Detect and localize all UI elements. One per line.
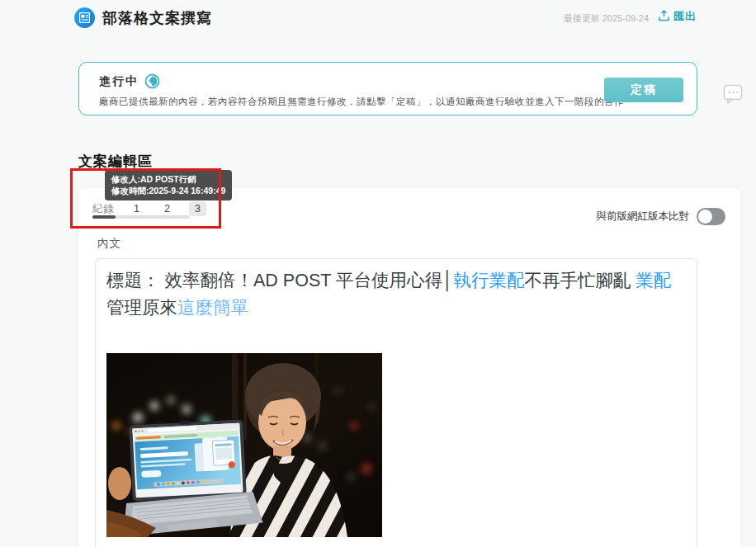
comment-bubble-icon[interactable] xyxy=(723,84,744,107)
editor-section-title: 文案編輯區 xyxy=(78,152,153,171)
version-tab-3[interactable]: 3 xyxy=(189,201,206,216)
content-label: 內文 xyxy=(97,236,121,251)
title-segment: 不再手忙腳亂 xyxy=(524,271,636,290)
tooltip-modifier: 修改人:AD POST行銷 xyxy=(111,173,225,185)
export-button[interactable]: 匯出 xyxy=(659,9,697,24)
tooltip-modified-time: 修改時間:2025-9-24 16:49:49 xyxy=(111,185,225,196)
compare-row: 與前版網紅版本比對 xyxy=(597,208,726,225)
title-link-keyword[interactable]: 業配 xyxy=(636,271,671,290)
compare-toggle-label: 與前版網紅版本比對 xyxy=(597,210,690,224)
version-tab-2[interactable]: 2 xyxy=(158,201,176,216)
compare-toggle[interactable] xyxy=(697,208,725,225)
history-label: 紀錄 xyxy=(92,202,115,216)
title-segment: 標題： 效率翻倍！AD POST 平台使用心得│ xyxy=(106,271,453,290)
history-row: 紀錄 1 2 3 xyxy=(92,201,206,216)
article-title: 標題： 效率翻倍！AD POST 平台使用心得│執行業配不再手忙腳亂 業配管理原… xyxy=(106,267,686,322)
compare-toggle-knob xyxy=(698,210,712,224)
moon-progress-icon xyxy=(144,73,160,89)
last-updated-label: 最後更新 2025-09-24 xyxy=(564,12,649,25)
status-row: 進行中 xyxy=(99,73,160,89)
article-logo-icon xyxy=(74,7,95,28)
blog-copywriting-page: 部落格文案撰寫 最後更新 2025-09-24 匯出 進行中 廠商已提供最新的內… xyxy=(0,0,756,547)
export-icon xyxy=(659,10,669,24)
history-slider-fill xyxy=(92,215,116,219)
export-label: 匯出 xyxy=(673,9,697,24)
history-slider[interactable] xyxy=(92,215,190,219)
status-label: 進行中 xyxy=(99,74,139,89)
status-description: 廠商已提供最新的內容，若內容符合預期且無需進行修改，請點擊「定稿」，以通知廠商進… xyxy=(99,96,624,108)
editor-card: 紀錄 1 2 3 與前版網紅版本比對 內文 標題： 效率翻倍！AD POST 平… xyxy=(78,188,740,547)
page-title: 部落格文案撰寫 xyxy=(102,8,212,28)
finalize-button[interactable]: 定稿 xyxy=(604,78,683,102)
title-link-keyword[interactable]: 執行業配 xyxy=(453,271,524,290)
article-content-box[interactable]: 標題： 效率翻倍！AD POST 平台使用心得│執行業配不再手忙腳亂 業配管理原… xyxy=(95,258,697,547)
version-tab-1[interactable]: 1 xyxy=(128,201,145,216)
title-segment: 管理原來 xyxy=(106,298,177,318)
revision-tooltip: 修改人:AD POST行銷 修改時間:2025-9-24 16:49:49 xyxy=(105,170,232,200)
status-banner: 進行中 廠商已提供最新的內容，若內容符合預期且無需進行修改，請點擊「定稿」，以通… xyxy=(78,62,697,116)
article-photo xyxy=(106,353,382,537)
title-link-keyword-light[interactable]: 這麼簡單 xyxy=(177,298,248,318)
